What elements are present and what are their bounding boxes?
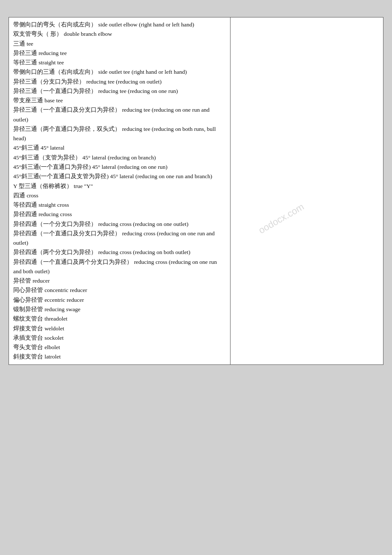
list-item: 四通 cross [13, 191, 226, 200]
list-item: 异径管 reducer [13, 276, 226, 286]
list-item: 同心异径管 concentric reducer [13, 286, 226, 295]
list-item: 斜接支管台 latrolet [13, 352, 226, 361]
page-container: 带侧向口的弯头（右向或左向） side outlet elbow (right … [9, 17, 383, 365]
list-item: 异径三通（分支口为异径） reducing tee (reducing on o… [13, 77, 226, 87]
list-item: 偏心异径管 eccentric reducer [13, 295, 226, 305]
list-item: 带支座三通 base tee [13, 96, 226, 105]
right-column: oodocx.com [230, 17, 383, 365]
list-item: 45°斜三通（支管为异径） 45° lateral (reducing on b… [13, 153, 226, 162]
list-item: 螺纹支管台 threadolet [13, 314, 226, 324]
list-item: 异径四通（两个分支口为异径） reducing cross (reducing … [13, 248, 226, 257]
list-item: 锻制异径管 reducing swage [13, 305, 226, 314]
list-item: 45°斜三通(一个直通口及支管为异径) 45° lateral (reducin… [13, 172, 226, 181]
list-item: 异径三通（一个直通口为异径） reducing tee (reducing on… [13, 87, 226, 96]
list-item: 带侧向口的三通（右向或左向） side outlet tee (right ha… [13, 67, 226, 77]
list-item: 等径三通 straight tee [13, 58, 226, 67]
list-item: 三通 tee [13, 39, 226, 49]
list-item: 45°斜三通 45° lateral [13, 143, 226, 153]
watermark-text: oodocx.com [257, 201, 306, 236]
list-item: 异径四通（一个直通口及分支口为异径） reducing cross (reduc… [13, 229, 226, 248]
list-item: 双支管弯头（ 形） double branch elbow [13, 29, 226, 39]
list-item: 异径三通 reducing tee [13, 49, 226, 58]
list-item: 弯头支管台 elbolet [13, 343, 226, 352]
list-item: 异径四通（一个直通口及两个分支口为异径） reducing cross (red… [13, 257, 226, 277]
list-item: 焊接支管台 weldolet [13, 324, 226, 333]
list-item: 异径四通 reducing cross [13, 210, 226, 219]
list-item: 异径四通（一个分支口为异径） reducing cross (reducing … [13, 220, 226, 229]
list-item: 异径三通（一个直通口及分支口为异径） reducing tee (reducin… [13, 105, 226, 124]
list-item: 等径四通 straight cross [13, 200, 226, 210]
list-item: 异径三通（两个直通口为异径，双头式） reducing tee (reducin… [13, 124, 226, 144]
list-item: 承插支管台 sockolet [13, 333, 226, 343]
list-item: 带侧向口的弯头（右向或左向） side outlet elbow (right … [13, 20, 226, 29]
left-column: 带侧向口的弯头（右向或左向） side outlet elbow (right … [9, 17, 230, 365]
list-item: 45°斜三通(一个直通口为异径) 45° lateral (reducing o… [13, 162, 226, 172]
list-item: Y 型三通（俗称裤衩） true "Y" [13, 182, 226, 191]
